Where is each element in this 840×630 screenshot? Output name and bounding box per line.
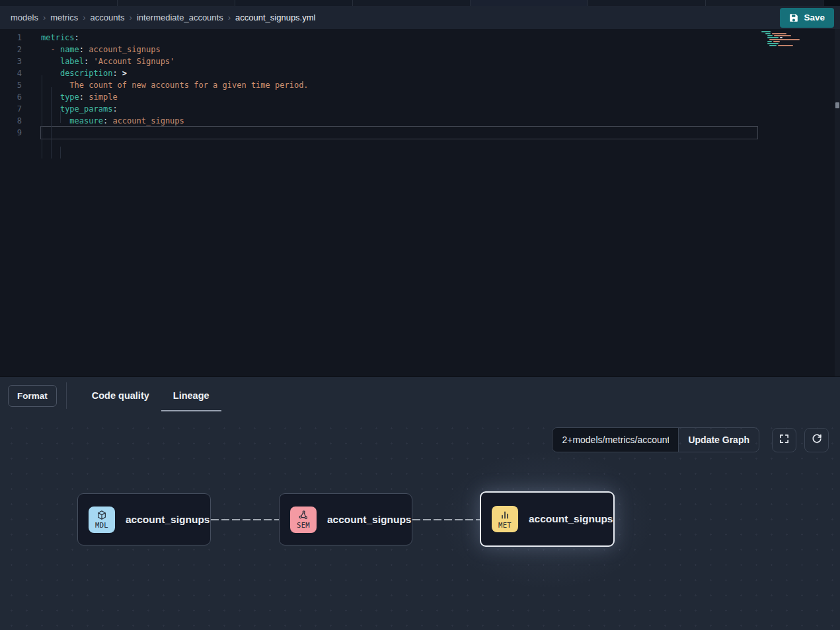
code-text: type: simple (22, 91, 118, 103)
line-number: 1 (0, 32, 22, 44)
indent-guide (60, 111, 61, 123)
minimap-row (761, 31, 801, 32)
fullscreen-icon (779, 433, 790, 446)
indent-guide (60, 147, 61, 158)
model-cube-icon (96, 510, 107, 520)
breadcrumb-item[interactable]: metrics (50, 13, 78, 22)
top-tab-segment[interactable] (118, 0, 235, 6)
update-graph-button[interactable]: Update Graph (678, 428, 759, 452)
minimap-row (761, 41, 801, 42)
code-line[interactable]: 5 The count of new accounts for a given … (0, 79, 840, 91)
minimap-row (761, 35, 801, 36)
yaml-code-editor[interactable]: 1metrics:2 - name: account_signups3 labe… (0, 29, 840, 376)
lineage-graph-canvas[interactable]: MDL account_signups SEM account_signups (0, 414, 840, 630)
minimap-segment (774, 35, 791, 36)
node-label: account_signups (327, 514, 411, 526)
editor-scrollbar[interactable] (835, 29, 840, 376)
lineage-node-metric-selected[interactable]: MET account_signups (480, 491, 615, 547)
breadcrumb-item[interactable]: accounts (91, 13, 125, 22)
semantic-badge: SEM (290, 507, 317, 533)
code-text: metrics: (22, 32, 79, 44)
bottom-panel: Format Code quality Lineage MDL (0, 376, 840, 630)
lineage-node-semantic-model[interactable]: SEM account_signups (279, 493, 412, 545)
scrollbar-thumb[interactable] (835, 102, 839, 108)
line-number: 5 (0, 79, 22, 91)
line-number: 8 (0, 115, 22, 127)
code-line[interactable]: 3 label: 'Account Signups' (0, 55, 840, 67)
indent-guide (51, 87, 52, 158)
editor-minimap[interactable] (761, 31, 801, 46)
fullscreen-button[interactable] (772, 428, 796, 452)
refresh-graph-button[interactable] (804, 428, 829, 452)
code-line[interactable]: 9 (0, 127, 840, 139)
indent-guide (42, 75, 42, 158)
top-tab-strip (0, 0, 840, 6)
code-line[interactable]: 6 type: simple (0, 91, 840, 103)
breadcrumb-chevron-icon: › (43, 13, 46, 22)
metric-badge: MET (492, 506, 518, 532)
top-tab-segment[interactable] (588, 0, 706, 6)
top-tab-segment[interactable] (471, 0, 588, 6)
minimap-row (761, 37, 801, 38)
code-text: description: > (22, 67, 127, 79)
node-label: account_signups (126, 514, 210, 526)
lineage-selector-input[interactable] (553, 428, 678, 452)
minimap-segment (767, 43, 779, 44)
minimap-row (761, 39, 801, 40)
minimap-segment (761, 31, 771, 32)
minimap-row (761, 33, 801, 34)
save-floppy-icon (789, 13, 798, 22)
code-line[interactable]: 8 measure: account_signups (0, 115, 840, 127)
code-line[interactable]: 7 type_params: (0, 103, 840, 115)
code-lines: 1metrics:2 - name: account_signups3 labe… (0, 32, 840, 139)
save-button[interactable]: Save (780, 8, 834, 28)
minimap-segment (778, 45, 793, 46)
model-badge-label: MDL (95, 521, 108, 529)
minimap-segment (769, 39, 800, 40)
breadcrumb: models›metrics›accounts›intermediate_acc… (11, 13, 780, 22)
minimap-segment (769, 45, 777, 46)
breadcrumb-bar: models›metrics›accounts›intermediate_acc… (0, 6, 840, 29)
code-text: label: 'Account Signups' (22, 55, 174, 67)
semantic-badge-label: SEM (297, 521, 310, 529)
lineage-node-model[interactable]: MDL account_signups (77, 493, 211, 545)
breadcrumb-chevron-icon: › (228, 13, 231, 22)
top-tab-segment[interactable] (0, 0, 118, 6)
code-text: type_params: (22, 103, 118, 115)
minimap-row (761, 45, 801, 46)
minimap-segment (773, 41, 780, 42)
panel-toolbar: Format Code quality Lineage (0, 377, 840, 414)
tab-lineage[interactable]: Lineage (161, 377, 221, 414)
panel-tabs: Code quality Lineage (80, 377, 221, 414)
tab-code-quality[interactable]: Code quality (80, 377, 161, 414)
top-tab-segment[interactable] (823, 0, 840, 6)
code-text: - name: account_signups (22, 44, 161, 55)
top-tab-segment[interactable] (353, 0, 471, 6)
breadcrumb-item[interactable]: models (11, 13, 38, 22)
toolbar-divider (66, 382, 67, 409)
line-number: 3 (0, 55, 22, 67)
breadcrumb-item[interactable]: account_signups.yml (235, 13, 315, 22)
minimap-segment (767, 35, 773, 36)
node-label: account_signups (529, 513, 613, 525)
top-tab-segment[interactable] (706, 0, 823, 6)
code-line[interactable]: 4 description: > (0, 67, 840, 79)
code-line[interactable]: 2 - name: account_signups (0, 44, 840, 55)
minimap-row (761, 43, 801, 44)
minimap-segment (780, 37, 783, 38)
line-number: 7 (0, 103, 22, 115)
metric-bars-icon (500, 510, 510, 520)
code-line[interactable]: 1metrics: (0, 32, 840, 44)
line-number: 2 (0, 44, 22, 55)
top-tab-segment[interactable] (235, 0, 353, 6)
format-button[interactable]: Format (8, 385, 57, 407)
metric-badge-label: MET (498, 521, 512, 529)
breadcrumb-item[interactable]: intermediate_accounts (137, 13, 223, 22)
breadcrumb-chevron-icon: › (83, 13, 85, 22)
breadcrumb-chevron-icon: › (130, 13, 132, 22)
code-text: measure: account_signups (22, 115, 184, 127)
line-number: 9 (0, 127, 22, 139)
active-line-highlight (40, 126, 758, 139)
code-text: The count of new accounts for a given ti… (22, 79, 309, 91)
code-text (22, 127, 41, 139)
